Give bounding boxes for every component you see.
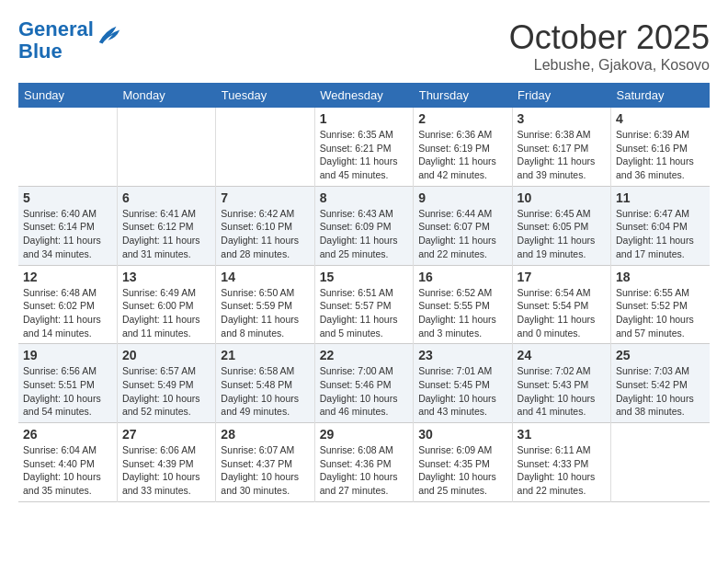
- day-number: 19: [23, 348, 112, 362]
- calendar-cell: 16Sunrise: 6:52 AM Sunset: 5:55 PM Dayli…: [414, 265, 512, 344]
- calendar-cell: 30Sunrise: 6:09 AM Sunset: 4:35 PM Dayli…: [414, 423, 512, 502]
- calendar-cell: 15Sunrise: 6:51 AM Sunset: 5:57 PM Dayli…: [314, 265, 413, 344]
- calendar-cell: 5Sunrise: 6:40 AM Sunset: 6:14 PM Daylig…: [18, 186, 117, 265]
- title-block: October 2025 Lebushe, Gjakova, Kosovo: [509, 18, 710, 74]
- calendar-week-row: 1Sunrise: 6:35 AM Sunset: 6:21 PM Daylig…: [18, 108, 710, 186]
- calendar-week-row: 26Sunrise: 6:04 AM Sunset: 4:40 PM Dayli…: [18, 423, 710, 502]
- day-info: Sunrise: 6:35 AM Sunset: 6:21 PM Dayligh…: [320, 128, 408, 182]
- day-number: 12: [23, 270, 112, 284]
- day-info: Sunrise: 6:52 AM Sunset: 5:55 PM Dayligh…: [418, 286, 506, 340]
- weekday-header: Saturday: [611, 83, 710, 108]
- day-number: 25: [616, 348, 705, 362]
- calendar-cell: 8Sunrise: 6:43 AM Sunset: 6:09 PM Daylig…: [314, 186, 413, 265]
- day-info: Sunrise: 6:54 AM Sunset: 5:54 PM Dayligh…: [518, 286, 606, 340]
- day-info: Sunrise: 6:06 AM Sunset: 4:39 PM Dayligh…: [122, 443, 210, 498]
- calendar-cell: 26Sunrise: 6:04 AM Sunset: 4:40 PM Dayli…: [18, 423, 117, 502]
- calendar-cell: 31Sunrise: 6:11 AM Sunset: 4:33 PM Dayli…: [512, 423, 610, 502]
- day-info: Sunrise: 6:48 AM Sunset: 6:02 PM Dayligh…: [23, 286, 112, 340]
- day-number: 1: [320, 111, 408, 126]
- day-number: 17: [518, 270, 606, 284]
- day-info: Sunrise: 7:01 AM Sunset: 5:45 PM Dayligh…: [418, 364, 506, 419]
- day-number: 10: [518, 190, 606, 205]
- day-number: 31: [518, 427, 606, 442]
- day-number: 20: [122, 348, 210, 362]
- day-number: 7: [221, 190, 309, 205]
- calendar-cell: 11Sunrise: 6:47 AM Sunset: 6:04 PM Dayli…: [611, 186, 710, 265]
- day-number: 4: [616, 111, 705, 126]
- day-number: 22: [320, 348, 408, 362]
- calendar-week-row: 5Sunrise: 6:40 AM Sunset: 6:14 PM Daylig…: [18, 186, 710, 265]
- day-number: 8: [320, 190, 408, 205]
- logo-text: General Blue: [18, 18, 94, 63]
- day-info: Sunrise: 6:56 AM Sunset: 5:51 PM Dayligh…: [23, 364, 112, 419]
- day-info: Sunrise: 6:36 AM Sunset: 6:19 PM Dayligh…: [418, 128, 506, 182]
- calendar-cell: 6Sunrise: 6:41 AM Sunset: 6:12 PM Daylig…: [117, 186, 215, 265]
- day-info: Sunrise: 7:02 AM Sunset: 5:43 PM Dayligh…: [518, 364, 606, 419]
- day-number: 14: [221, 270, 309, 284]
- weekday-header: Monday: [117, 83, 215, 108]
- calendar-cell: 27Sunrise: 6:06 AM Sunset: 4:39 PM Dayli…: [117, 423, 215, 502]
- day-number: 15: [320, 270, 408, 284]
- calendar-cell: 24Sunrise: 7:02 AM Sunset: 5:43 PM Dayli…: [512, 344, 610, 423]
- calendar-cell: 29Sunrise: 6:08 AM Sunset: 4:36 PM Dayli…: [314, 423, 413, 502]
- day-info: Sunrise: 6:39 AM Sunset: 6:16 PM Dayligh…: [616, 128, 705, 182]
- day-number: 2: [418, 111, 506, 126]
- day-number: 21: [221, 348, 309, 362]
- day-number: 27: [122, 427, 210, 442]
- day-info: Sunrise: 6:43 AM Sunset: 6:09 PM Dayligh…: [320, 207, 408, 261]
- day-info: Sunrise: 6:11 AM Sunset: 4:33 PM Dayligh…: [518, 443, 606, 498]
- day-info: Sunrise: 6:58 AM Sunset: 5:48 PM Dayligh…: [221, 364, 309, 419]
- calendar-week-row: 12Sunrise: 6:48 AM Sunset: 6:02 PM Dayli…: [18, 265, 710, 344]
- calendar-table: SundayMondayTuesdayWednesdayThursdayFrid…: [18, 83, 710, 502]
- day-info: Sunrise: 6:41 AM Sunset: 6:12 PM Dayligh…: [122, 207, 210, 261]
- day-info: Sunrise: 6:08 AM Sunset: 4:36 PM Dayligh…: [320, 443, 408, 498]
- calendar-cell: 18Sunrise: 6:55 AM Sunset: 5:52 PM Dayli…: [611, 265, 710, 344]
- day-number: 26: [23, 427, 112, 442]
- calendar-cell: 21Sunrise: 6:58 AM Sunset: 5:48 PM Dayli…: [216, 344, 314, 423]
- calendar-cell: 20Sunrise: 6:57 AM Sunset: 5:49 PM Dayli…: [117, 344, 215, 423]
- weekday-header: Friday: [512, 83, 610, 108]
- day-number: 11: [616, 190, 705, 205]
- day-number: 9: [418, 190, 506, 205]
- day-number: 3: [518, 111, 606, 126]
- day-number: 6: [122, 190, 210, 205]
- calendar-cell: 23Sunrise: 7:01 AM Sunset: 5:45 PM Dayli…: [414, 344, 512, 423]
- calendar-cell: 19Sunrise: 6:56 AM Sunset: 5:51 PM Dayli…: [18, 344, 117, 423]
- day-info: Sunrise: 6:51 AM Sunset: 5:57 PM Dayligh…: [320, 286, 408, 340]
- calendar-cell: 10Sunrise: 6:45 AM Sunset: 6:05 PM Dayli…: [512, 186, 610, 265]
- calendar-cell: 3Sunrise: 6:38 AM Sunset: 6:17 PM Daylig…: [512, 108, 610, 186]
- day-info: Sunrise: 6:45 AM Sunset: 6:05 PM Dayligh…: [518, 207, 606, 261]
- day-info: Sunrise: 6:44 AM Sunset: 6:07 PM Dayligh…: [418, 207, 506, 261]
- calendar-week-row: 19Sunrise: 6:56 AM Sunset: 5:51 PM Dayli…: [18, 344, 710, 423]
- calendar-cell: 22Sunrise: 7:00 AM Sunset: 5:46 PM Dayli…: [314, 344, 413, 423]
- calendar-cell: 9Sunrise: 6:44 AM Sunset: 6:07 PM Daylig…: [414, 186, 512, 265]
- day-info: Sunrise: 6:50 AM Sunset: 5:59 PM Dayligh…: [221, 286, 309, 340]
- calendar-cell: 7Sunrise: 6:42 AM Sunset: 6:10 PM Daylig…: [216, 186, 314, 265]
- weekday-header: Sunday: [18, 83, 117, 108]
- calendar-cell: 14Sunrise: 6:50 AM Sunset: 5:59 PM Dayli…: [216, 265, 314, 344]
- day-number: 16: [418, 270, 506, 284]
- calendar-cell: 12Sunrise: 6:48 AM Sunset: 6:02 PM Dayli…: [18, 265, 117, 344]
- day-number: 28: [221, 427, 309, 442]
- calendar-cell: [216, 108, 314, 186]
- day-number: 24: [518, 348, 606, 362]
- day-number: 18: [616, 270, 705, 284]
- calendar-cell: [117, 108, 215, 186]
- page-header: General Blue October 2025 Lebushe, Gjako…: [18, 18, 710, 74]
- weekday-header: Wednesday: [314, 83, 413, 108]
- location-text: Lebushe, Gjakova, Kosovo: [509, 57, 710, 74]
- day-number: 23: [418, 348, 506, 362]
- calendar-cell: 1Sunrise: 6:35 AM Sunset: 6:21 PM Daylig…: [314, 108, 413, 186]
- day-info: Sunrise: 6:47 AM Sunset: 6:04 PM Dayligh…: [616, 207, 705, 261]
- day-info: Sunrise: 6:49 AM Sunset: 6:00 PM Dayligh…: [122, 286, 210, 340]
- day-info: Sunrise: 6:09 AM Sunset: 4:35 PM Dayligh…: [418, 443, 506, 498]
- weekday-header: Tuesday: [216, 83, 314, 108]
- day-number: 30: [418, 427, 506, 442]
- day-info: Sunrise: 6:07 AM Sunset: 4:37 PM Dayligh…: [221, 443, 309, 498]
- day-info: Sunrise: 6:55 AM Sunset: 5:52 PM Dayligh…: [616, 286, 705, 340]
- logo-bird-icon: [96, 23, 123, 51]
- day-info: Sunrise: 6:40 AM Sunset: 6:14 PM Dayligh…: [23, 207, 112, 261]
- month-title: October 2025: [509, 18, 710, 57]
- calendar-cell: [18, 108, 117, 186]
- logo: General Blue: [18, 18, 123, 63]
